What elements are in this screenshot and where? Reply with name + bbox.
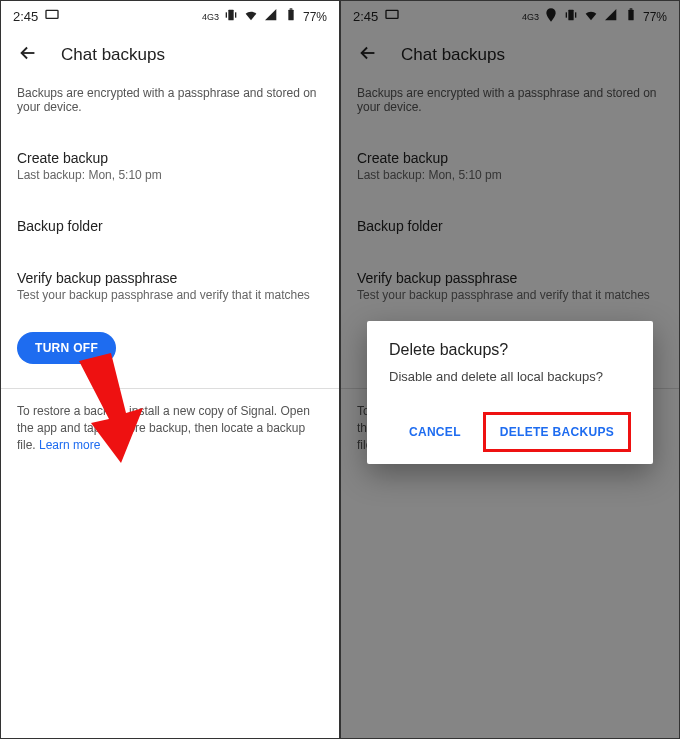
svg-rect-1 [228, 10, 233, 21]
wifi-icon [583, 7, 599, 26]
wifi-icon [243, 7, 259, 26]
signal-icon [263, 7, 279, 26]
back-icon[interactable] [357, 42, 379, 68]
back-icon[interactable] [17, 42, 39, 68]
svg-rect-9 [566, 12, 567, 17]
cast-icon [384, 7, 400, 26]
verify-subtitle: Test your backup passphrase and verify t… [17, 288, 323, 302]
svg-rect-2 [226, 12, 227, 17]
create-backup-item[interactable]: Create backup Last backup: Mon, 5:10 pm [357, 138, 663, 206]
svg-rect-3 [235, 12, 236, 17]
svg-rect-0 [46, 10, 58, 18]
create-backup-item[interactable]: Create backup Last backup: Mon, 5:10 pm [17, 138, 323, 206]
delete-backups-button[interactable]: DELETE BACKUPS [490, 417, 624, 447]
verify-subtitle: Test your backup passphrase and verify t… [357, 288, 663, 302]
status-time: 2:45 [353, 9, 378, 24]
status-bar: 2:45 4G3 77% [341, 1, 679, 28]
status-bar: 2:45 4G3 77% [1, 1, 339, 28]
screen-delete-dialog: 2:45 4G3 77% [340, 0, 680, 739]
backup-folder-item[interactable]: Backup folder [357, 206, 663, 258]
svg-rect-8 [568, 10, 573, 21]
restore-hint: To restore a backup, install a new copy … [17, 403, 323, 453]
svg-rect-4 [288, 10, 293, 21]
verify-title: Verify backup passphrase [357, 270, 663, 286]
create-backup-subtitle: Last backup: Mon, 5:10 pm [17, 168, 323, 182]
svg-rect-7 [386, 10, 398, 18]
verify-title: Verify backup passphrase [17, 270, 323, 286]
backup-folder-item[interactable]: Backup folder [17, 206, 323, 258]
app-bar: Chat backups [1, 28, 339, 78]
vibrate-icon [563, 7, 579, 26]
verify-passphrase-item[interactable]: Verify backup passphrase Test your backu… [357, 258, 663, 326]
svg-rect-5 [290, 8, 293, 9]
backup-description: Backups are encrypted with a passphrase … [357, 86, 663, 114]
delete-backups-dialog: Delete backups? Disable and delete all l… [367, 321, 653, 464]
divider [1, 388, 339, 389]
svg-rect-11 [628, 10, 633, 21]
battery-icon [283, 7, 299, 26]
screen-chat-backups: 2:45 4G3 77% Chat backups [0, 0, 340, 739]
cast-icon [44, 7, 60, 26]
dialog-body: Disable and delete all local backups? [389, 369, 631, 384]
backup-folder-title: Backup folder [17, 218, 323, 234]
network-label: 4G3 [522, 12, 539, 22]
create-backup-title: Create backup [357, 150, 663, 166]
app-bar: Chat backups [341, 28, 679, 78]
verify-passphrase-item[interactable]: Verify backup passphrase Test your backu… [17, 258, 323, 326]
status-time: 2:45 [13, 9, 38, 24]
battery-pct: 77% [303, 10, 327, 24]
create-backup-subtitle: Last backup: Mon, 5:10 pm [357, 168, 663, 182]
battery-icon [623, 7, 639, 26]
learn-more-link[interactable]: Learn more [39, 438, 100, 452]
annotation-highlight: DELETE BACKUPS [483, 412, 631, 452]
turn-off-button[interactable]: TURN OFF [17, 332, 116, 364]
battery-pct: 77% [643, 10, 667, 24]
location-icon [543, 7, 559, 26]
page-title: Chat backups [401, 45, 505, 65]
signal-icon [603, 7, 619, 26]
svg-rect-12 [630, 8, 633, 9]
vibrate-icon [223, 7, 239, 26]
backup-folder-title: Backup folder [357, 218, 663, 234]
create-backup-title: Create backup [17, 150, 323, 166]
page-title: Chat backups [61, 45, 165, 65]
svg-rect-10 [575, 12, 576, 17]
cancel-button[interactable]: CANCEL [399, 412, 471, 452]
backup-description: Backups are encrypted with a passphrase … [17, 86, 323, 114]
dialog-title: Delete backups? [389, 341, 631, 359]
network-label: 4G3 [202, 12, 219, 22]
